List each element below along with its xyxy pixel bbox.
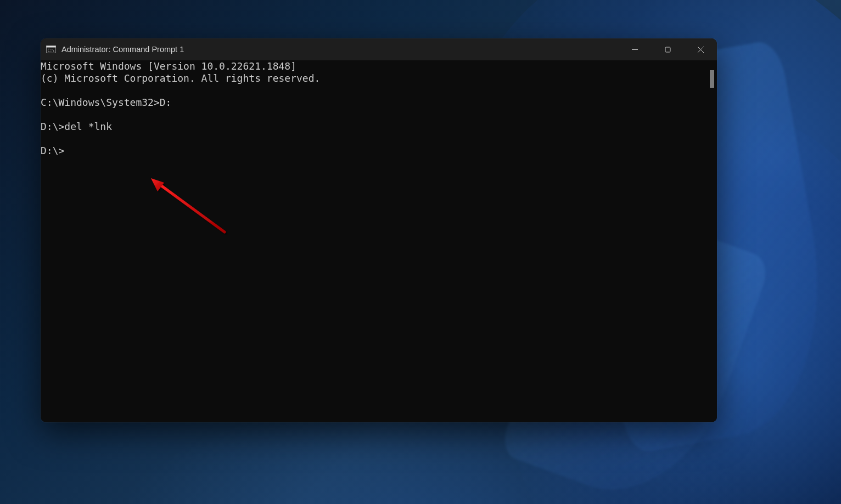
terminal-output: Microsoft Windows [Version 10.0.22621.18… <box>41 60 707 422</box>
terminal-line: C:\Windows\System32>D: <box>41 97 707 109</box>
scrollbar-thumb[interactable] <box>710 70 714 88</box>
cmd-icon: C:\ <box>46 45 56 54</box>
terminal-line: D:\>del *lnk <box>41 121 707 133</box>
terminal-line <box>41 133 707 145</box>
window-controls <box>618 38 717 60</box>
maximize-button[interactable] <box>651 38 684 60</box>
window-title: Administrator: Command Prompt 1 <box>61 45 184 54</box>
terminal-line: (c) Microsoft Corporation. All rights re… <box>41 72 707 84</box>
svg-rect-4 <box>665 47 670 52</box>
command-prompt-window: C:\ Administrator: Command Prompt 1 Micr… <box>41 38 717 422</box>
terminal-line <box>41 109 707 121</box>
titlebar[interactable]: C:\ Administrator: Command Prompt 1 <box>41 38 717 60</box>
close-button[interactable] <box>684 38 717 60</box>
minimize-button[interactable] <box>618 38 651 60</box>
terminal-line <box>41 84 707 97</box>
terminal-line: D:\> <box>41 145 707 157</box>
scrollbar[interactable] <box>707 60 717 422</box>
svg-text:C:\: C:\ <box>48 48 55 53</box>
terminal-body[interactable]: Microsoft Windows [Version 10.0.22621.18… <box>41 60 717 422</box>
terminal-line: Microsoft Windows [Version 10.0.22621.18… <box>41 60 707 72</box>
svg-rect-1 <box>47 46 56 48</box>
